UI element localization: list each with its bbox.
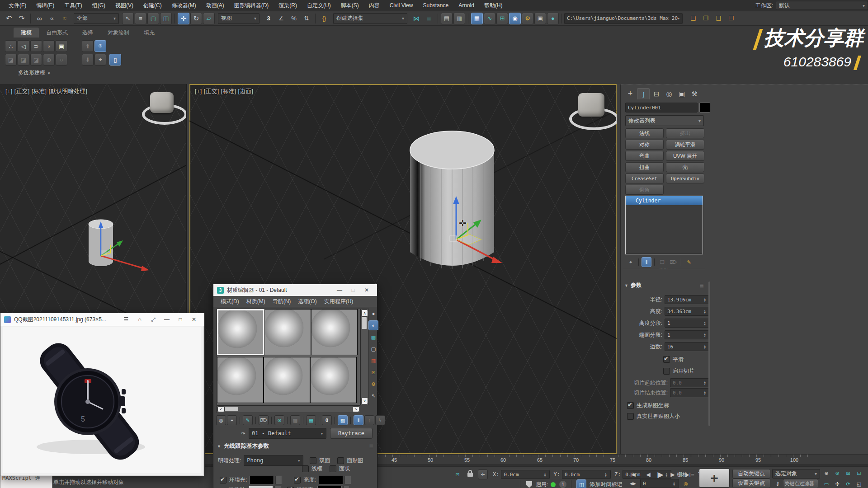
modifier-button-normal[interactable]: 法线	[625, 128, 664, 138]
workspace-dropdown[interactable]: 默认	[776, 1, 868, 10]
next-modifier-icon[interactable]: ⬇	[82, 54, 94, 66]
material-editor-maximize-icon[interactable]: □	[346, 284, 360, 296]
previous-frame-icon[interactable]: ◀|	[644, 469, 654, 479]
get-material-icon[interactable]: ◍	[216, 415, 226, 425]
ambient-checkbox[interactable]	[220, 477, 226, 483]
material-editor-minimize-icon[interactable]: —	[333, 284, 346, 296]
curve-editor-icon[interactable]: ∿	[484, 13, 495, 24]
set-keys-big-button[interactable]: +	[699, 469, 730, 488]
menu-substance[interactable]: Substance	[418, 0, 453, 11]
project-new-icon[interactable]: ❐	[700, 13, 712, 24]
tweak-tool-2-icon[interactable]: ◪	[18, 54, 29, 66]
layer-explorer-icon[interactable]: ▥	[453, 13, 465, 24]
select-and-rotate-icon[interactable]: ↻	[190, 13, 202, 24]
assign-material-to-selection-icon[interactable]: ✎	[243, 415, 253, 425]
element-mode-icon[interactable]: ▣	[56, 40, 67, 52]
material-editor-icon[interactable]: ◉	[509, 13, 521, 24]
menu-customize[interactable]: 自定义(U)	[302, 0, 336, 11]
menu-rendering[interactable]: 渲染(R)	[274, 0, 302, 11]
menu-group[interactable]: 组(G)	[87, 0, 110, 11]
height-spinner[interactable]	[703, 309, 707, 314]
transform-gizmo-icon[interactable]: ✛	[478, 469, 488, 479]
put-material-to-scene-icon[interactable]: ◓	[227, 415, 237, 425]
panel-splitter-handle[interactable]: ••••••	[660, 267, 670, 270]
go-to-end-icon[interactable]: ▶|	[683, 469, 693, 479]
go-to-start-icon[interactable]: |◀	[628, 469, 638, 479]
orbit-icon[interactable]: ⟳	[843, 479, 853, 488]
project-edit-icon[interactable]: ❑	[712, 13, 724, 24]
raytrace-basic-params-rollout[interactable]: ▼ 光线跟踪基本参数 ≣	[217, 442, 373, 450]
real-world-map-size-checkbox[interactable]	[627, 413, 634, 420]
scroll-left-icon[interactable]: <	[217, 406, 225, 412]
snap-toggle-icon[interactable]: 3	[263, 13, 274, 24]
height-field[interactable]: 34.363cm	[665, 307, 710, 316]
viewport-main-label[interactable]: [+] [正交] [标准] [边面]	[195, 88, 254, 95]
video-color-check-icon[interactable]: ▥	[368, 356, 378, 366]
window-crossing-icon[interactable]: ◫	[160, 13, 172, 24]
modifier-button-symmetry[interactable]: 对称	[625, 140, 664, 150]
modifier-button-twist[interactable]: 扭曲	[625, 162, 664, 172]
material-sample-slot-5[interactable]	[264, 357, 310, 403]
viewer-maximize-icon[interactable]: □	[174, 314, 187, 325]
ambient-lock-button[interactable]	[275, 476, 282, 484]
height-segments-field[interactable]: 1	[665, 319, 710, 328]
radius-spinner[interactable]	[703, 297, 707, 302]
make-unique-icon[interactable]: ❐	[657, 257, 667, 267]
key-mode-toggle-icon[interactable]: ◀▶	[628, 479, 638, 488]
backlight-icon[interactable]: ◐	[368, 320, 378, 330]
modifier-button-shell[interactable]: 壳	[666, 162, 704, 172]
put-to-library-icon[interactable]: ▩	[290, 415, 300, 425]
slice-from-spinner[interactable]	[703, 380, 707, 385]
me-rollout-menu-icon[interactable]: ≣	[369, 443, 373, 450]
me-menu-modes[interactable]: 模式(D)	[217, 298, 243, 305]
save-material-icon[interactable]: ▦	[306, 415, 316, 425]
select-object-icon[interactable]: ↖	[122, 13, 134, 24]
align-icon[interactable]: ≣	[423, 13, 435, 24]
material-sample-slot-2[interactable]	[264, 309, 311, 355]
tab-create-icon[interactable]: +	[624, 89, 636, 99]
background-icon[interactable]: ▩	[368, 332, 378, 342]
rectangular-selection-region-icon[interactable]: ▢	[147, 13, 159, 24]
sides-spinner[interactable]	[703, 344, 707, 349]
luminosity-lock-button[interactable]	[344, 476, 351, 484]
slice-to-spinner[interactable]	[703, 390, 707, 395]
tab-utilities-icon[interactable]: ⚒	[689, 89, 700, 99]
generate-mapping-coords-checkbox[interactable]	[627, 402, 634, 409]
modifier-button-creaseset[interactable]: CreaseSet	[625, 174, 664, 183]
image-viewer-titlebar[interactable]: QQ截图20211109145311.jpg (673×5... ☰ ⌂ ⤢ —…	[0, 313, 204, 326]
show-end-result-icon[interactable]: ‖	[642, 257, 651, 267]
rendered-frame-window-icon[interactable]: ▣	[534, 13, 546, 24]
material-sample-slot-3[interactable]	[311, 309, 358, 355]
configure-modifier-sets-icon[interactable]: ✎	[684, 257, 694, 267]
cap-segments-field[interactable]: 1	[665, 330, 710, 339]
luminosity-checkbox[interactable]	[294, 477, 301, 483]
menu-create[interactable]: 创建(C)	[138, 0, 167, 11]
material-editor-titlebar[interactable]: 3 材质编辑器 - 01 - Default — □ ✕	[213, 284, 377, 296]
viewer-minimize-icon[interactable]: —	[160, 314, 174, 325]
slice-on-checkbox[interactable]	[663, 368, 670, 375]
render-production-icon[interactable]: ●	[547, 13, 559, 24]
faceted-checkbox[interactable]	[330, 465, 336, 472]
modifier-button-uvw-unwrap[interactable]: UVW 展开	[666, 151, 704, 161]
modifier-button-bend[interactable]: 弯曲	[625, 151, 664, 161]
tab-display-icon[interactable]: ▣	[676, 89, 688, 99]
zoom-extents-icon[interactable]: ⊠	[843, 468, 853, 478]
selection-lock-icon[interactable]	[467, 473, 473, 477]
bind-to-spacewarp-icon[interactable]: ≈	[59, 13, 71, 24]
viewer-pin-icon[interactable]: ⌂	[133, 314, 146, 325]
modifier-list-dropdown[interactable]: 修改器列表	[625, 115, 704, 126]
render-setup-icon[interactable]: ⚙	[522, 13, 533, 24]
scroll-right-icon[interactable]: >	[352, 406, 359, 412]
luminosity-color-swatch[interactable]	[319, 476, 343, 484]
modifier-button-chamfer[interactable]: 倒角	[625, 185, 664, 195]
ribbon-tab-object-paint[interactable]: 对象绘制	[100, 28, 137, 38]
sample-type-icon[interactable]: ●	[368, 309, 378, 319]
safe-frames-shield-icon[interactable]	[526, 481, 532, 488]
edit-named-selection-icon[interactable]: {}	[318, 13, 330, 24]
tweak-tool-5-icon[interactable]: ○	[56, 54, 67, 66]
menu-graph-editors[interactable]: 图形编辑器(D)	[229, 0, 274, 11]
previous-modifier-icon[interactable]: ⬆	[82, 40, 94, 52]
object-color-swatch[interactable]	[699, 103, 710, 113]
reference-coordinate-dropdown[interactable]: 视图	[218, 13, 259, 24]
radius-field[interactable]: 13.916cm	[665, 295, 710, 304]
